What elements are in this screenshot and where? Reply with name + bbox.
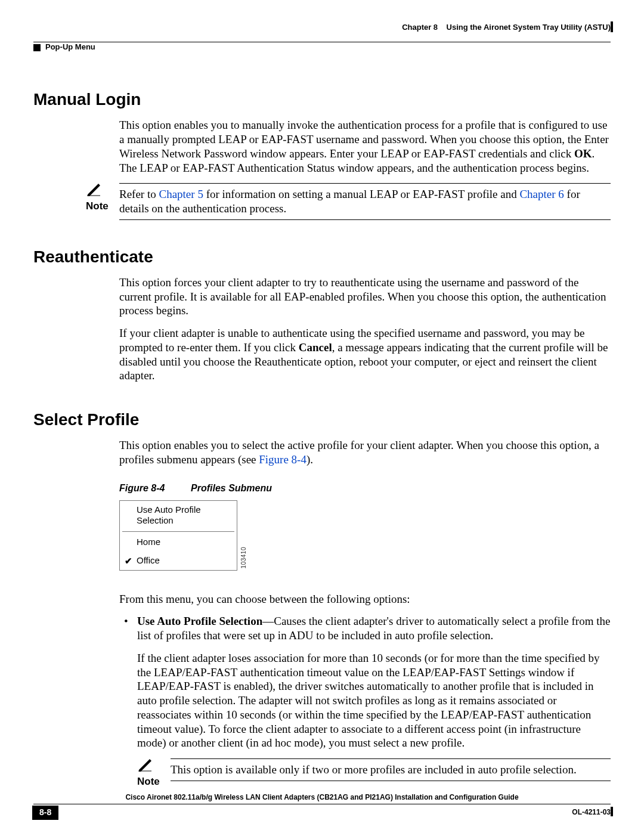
select-profile-options: From this menu, you can choose between t… bbox=[119, 592, 611, 751]
note-manual-login: Note Refer to Chapter 5 for information … bbox=[86, 183, 611, 220]
note-select-profile: Note This option is available only if tw… bbox=[137, 758, 611, 781]
link-chapter5[interactable]: Chapter 5 bbox=[159, 188, 203, 200]
page-number: 8-8 bbox=[32, 806, 58, 820]
chapter-label: Chapter 8 bbox=[402, 23, 438, 32]
submenu-item-home[interactable]: Home bbox=[120, 533, 237, 552]
checkmark-icon: ✔ bbox=[125, 556, 132, 567]
page: Chapter 8 Using the Aironet System Tray … bbox=[0, 0, 644, 833]
options-list: Use Auto Profile Selection—Causes the cl… bbox=[119, 614, 611, 750]
figure-caption: Figure 8-4Profiles Submenu bbox=[119, 482, 611, 494]
note-label: Note bbox=[137, 775, 160, 788]
heading-select-profile: Select Profile bbox=[33, 409, 611, 430]
heading-manual-login: Manual Login bbox=[33, 89, 611, 110]
manual-login-p1: This option enables you to manually invo… bbox=[119, 118, 611, 175]
breadcrumb-marker-icon bbox=[33, 44, 41, 51]
footer-end-rule bbox=[611, 807, 613, 816]
note-rule-bot bbox=[119, 219, 611, 220]
footer-rule bbox=[33, 804, 611, 804]
footer-bar: 8-8 OL-4211-03 bbox=[33, 806, 611, 819]
manual-login-body: This option enables you to manually invo… bbox=[119, 118, 611, 175]
chapter-line: Chapter 8 Using the Aironet System Tray … bbox=[402, 23, 611, 32]
ok-text: OK bbox=[574, 147, 592, 160]
submenu-separator bbox=[122, 531, 234, 532]
breadcrumb: Pop-Up Menu bbox=[33, 42, 611, 52]
select-profile-body: This option enables you to select the ac… bbox=[119, 438, 611, 494]
submenu-item-office[interactable]: ✔Office bbox=[120, 552, 237, 570]
submenu-item-auto[interactable]: Use Auto Profile Selection bbox=[120, 501, 237, 531]
reauth-p2: If your client adapter is unable to auth… bbox=[119, 326, 611, 383]
select-profile-p2: From this menu, you can choose between t… bbox=[119, 592, 611, 606]
note-body: This option is available only if two or … bbox=[171, 759, 611, 781]
footer-title: Cisco Aironet 802.11a/b/g Wireless LAN C… bbox=[33, 793, 611, 804]
option-auto-detail: If the client adapter loses association … bbox=[137, 651, 611, 750]
header-bar: Chapter 8 Using the Aironet System Tray … bbox=[33, 23, 611, 38]
select-profile-p1: This option enables you to select the ac… bbox=[119, 438, 611, 467]
note-label: Note bbox=[86, 200, 109, 212]
link-figure-8-4[interactable]: Figure 8-4 bbox=[259, 453, 306, 466]
breadcrumb-text: Pop-Up Menu bbox=[45, 42, 95, 51]
figure-title: Profiles Submenu bbox=[191, 483, 272, 493]
reauth-body: This option forces your client adapter t… bbox=[119, 275, 611, 383]
note-body: Refer to Chapter 5 for information on se… bbox=[119, 184, 611, 219]
heading-reauthenticate: Reauthenticate bbox=[33, 246, 611, 267]
footer: Cisco Aironet 802.11a/b/g Wireless LAN C… bbox=[33, 793, 611, 819]
chapter-title: Using the Aironet System Tray Utility (A… bbox=[447, 23, 611, 32]
option-auto-profile: Use Auto Profile Selection—Causes the cl… bbox=[119, 614, 611, 750]
figure-number: Figure 8-4 bbox=[119, 482, 191, 494]
doc-code: OL-4211-03 bbox=[572, 808, 611, 817]
reauth-p1: This option forces your client adapter t… bbox=[119, 275, 611, 318]
pencil-icon bbox=[86, 182, 101, 196]
image-sidecode: 103410 bbox=[240, 547, 248, 568]
option-auto-desc: Use Auto Profile Selection—Causes the cl… bbox=[137, 614, 611, 643]
pencil-icon bbox=[137, 757, 153, 772]
profiles-submenu: Use Auto Profile Selection Home ✔Office … bbox=[119, 500, 237, 571]
cancel-text: Cancel bbox=[299, 341, 332, 354]
note-rule-bot bbox=[171, 781, 611, 781]
link-chapter6[interactable]: Chapter 6 bbox=[519, 188, 564, 200]
header-end-rule bbox=[611, 21, 613, 32]
